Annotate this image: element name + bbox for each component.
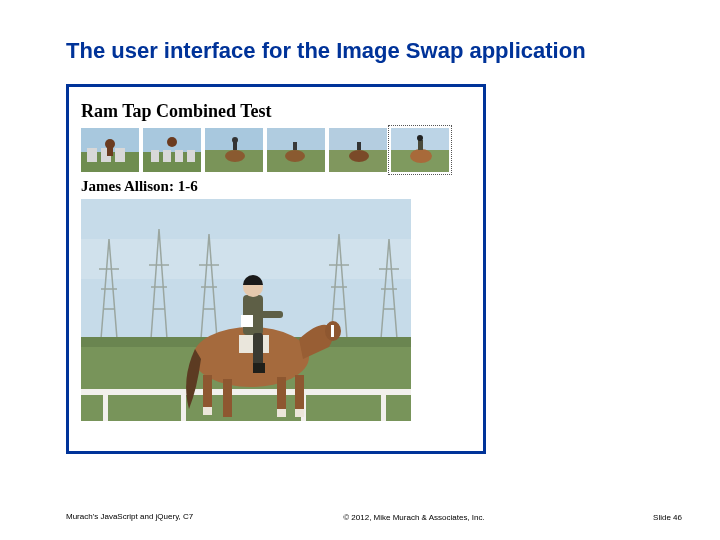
svg-rect-12 <box>187 150 195 162</box>
main-image <box>81 199 411 421</box>
svg-rect-49 <box>277 409 286 417</box>
thumbnail-4[interactable] <box>267 128 325 172</box>
app-frame: Ram Tap Combined Test <box>66 84 486 454</box>
svg-rect-22 <box>293 142 297 150</box>
svg-point-25 <box>349 150 369 162</box>
svg-rect-10 <box>163 150 171 162</box>
svg-rect-38 <box>181 389 186 421</box>
footer: Murach's JavaScript and jQuery, C7 © 201… <box>66 512 682 522</box>
svg-rect-57 <box>241 315 253 327</box>
thumbnail-1[interactable] <box>81 128 139 172</box>
thumbnail-3[interactable] <box>205 128 263 172</box>
svg-rect-45 <box>223 379 232 417</box>
svg-rect-11 <box>175 150 183 162</box>
svg-rect-37 <box>103 389 108 421</box>
svg-rect-53 <box>253 333 263 367</box>
svg-rect-43 <box>331 325 334 337</box>
thumbnail-row <box>81 128 471 172</box>
svg-rect-9 <box>151 150 159 162</box>
svg-rect-33 <box>81 239 411 279</box>
svg-rect-17 <box>233 142 237 150</box>
svg-rect-36 <box>81 389 411 395</box>
svg-rect-4 <box>115 148 125 162</box>
svg-point-21 <box>285 150 305 162</box>
thumbnail-6[interactable] <box>391 128 449 172</box>
svg-rect-30 <box>418 140 423 150</box>
svg-point-18 <box>232 137 238 143</box>
slide-title: The user interface for the Image Swap ap… <box>66 38 586 64</box>
svg-rect-6 <box>107 148 113 156</box>
svg-point-16 <box>225 150 245 162</box>
svg-point-31 <box>417 135 423 141</box>
svg-rect-26 <box>357 142 361 150</box>
image-caption: James Allison: 1-6 <box>81 178 471 195</box>
svg-point-29 <box>410 149 432 163</box>
footer-left: Murach's JavaScript and jQuery, C7 <box>66 512 206 522</box>
svg-rect-2 <box>87 148 97 162</box>
svg-point-13 <box>167 137 177 147</box>
svg-rect-55 <box>259 311 283 318</box>
svg-rect-48 <box>203 407 212 415</box>
svg-point-5 <box>105 139 115 149</box>
thumbnail-2[interactable] <box>143 128 201 172</box>
thumbnail-5[interactable] <box>329 128 387 172</box>
svg-rect-50 <box>295 409 304 417</box>
footer-center: © 2012, Mike Murach & Associates, Inc. <box>206 513 622 522</box>
svg-rect-54 <box>253 363 265 373</box>
footer-right: Slide 46 <box>622 513 682 522</box>
app-heading: Ram Tap Combined Test <box>81 101 471 122</box>
svg-rect-40 <box>381 389 386 421</box>
